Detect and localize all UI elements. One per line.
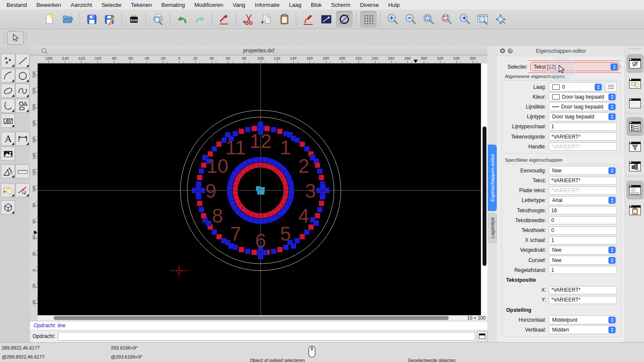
menu-bemating[interactable]: Bemating	[161, 2, 185, 8]
tool-polyline[interactable]	[1, 99, 15, 113]
prop-combo-vetgedrukt[interactable]: Nee	[549, 246, 617, 255]
tool-dimension[interactable]	[15, 132, 30, 146]
dock-blocks-window[interactable]	[626, 74, 644, 93]
cut-button[interactable]	[240, 11, 256, 27]
command-input[interactable]	[58, 332, 475, 341]
document-titlebar[interactable]: properties.dxf	[30, 46, 487, 56]
redo-button[interactable]	[192, 11, 208, 27]
tab-properties-editor[interactable]: Eigenschappen-editor	[488, 145, 497, 211]
tool-ellipse[interactable]	[1, 84, 15, 98]
prop-combo-horizontaal[interactable]: Middelpunt	[549, 315, 617, 324]
tool-polygon[interactable]	[15, 99, 30, 113]
tool-measure[interactable]	[15, 164, 30, 178]
draw-pencil-button[interactable]	[300, 11, 316, 27]
prop-input-tekst[interactable]	[549, 177, 617, 185]
svg-text:3: 3	[305, 180, 316, 202]
dock-library-window[interactable]	[626, 94, 644, 113]
dock-command-window[interactable]	[626, 181, 644, 199]
prop-input-regelafstand[interactable]	[549, 266, 617, 274]
prop-combo-lijndikte[interactable]: Door laag bepaald	[549, 102, 617, 111]
copy-button[interactable]	[258, 11, 274, 27]
prop-label-lijntypeschaal: Lijntypeschaal:	[502, 124, 549, 130]
menu-blok[interactable]: Blok	[311, 2, 322, 8]
selection-highlight	[526, 65, 527, 69]
dock-clipboard-window[interactable]	[626, 201, 644, 220]
menu-diverse[interactable]: Diverse	[360, 2, 379, 8]
menu-aanzicht[interactable]: Aanzicht	[71, 2, 92, 8]
tool-line[interactable]	[15, 54, 30, 68]
menu-vang[interactable]: Vang	[233, 2, 245, 8]
tool-spline[interactable]	[15, 84, 30, 98]
prop-input-x-schaal[interactable]	[549, 236, 617, 244]
zoom-window-button[interactable]	[438, 11, 455, 27]
zoom-viewport-button[interactable]	[474, 11, 491, 27]
save-as-button[interactable]	[102, 11, 118, 27]
prop-input-tekenvolgorde[interactable]	[549, 133, 617, 141]
layer-menu-button[interactable]	[605, 82, 617, 92]
prop-combo-lijntype[interactable]: Door laag bepaald	[549, 112, 617, 121]
dock-properties-window[interactable]	[626, 54, 644, 73]
save-button[interactable]	[84, 11, 100, 27]
undo-button[interactable]	[174, 11, 190, 27]
prop-combo-kleur[interactable]: Door laag bepaald	[549, 92, 617, 101]
tool-circle[interactable]	[15, 69, 30, 83]
prop-combo-vertikaal[interactable]: Midden	[549, 325, 617, 334]
command-window-button[interactable]	[477, 331, 487, 341]
h-ruler-tick-label: 200	[336, 56, 348, 60]
horizontal-scrollbar[interactable]: 10 < 100	[38, 315, 487, 321]
vertical-scrollbar[interactable]	[481, 63, 487, 315]
tab-layer-list[interactable]: Lagenlijst	[488, 213, 497, 243]
zoom-auto-button[interactable]	[420, 11, 437, 27]
prop-input-y[interactable]	[549, 296, 617, 304]
tool-modify[interactable]	[1, 164, 15, 178]
zoom-previous-button[interactable]	[456, 11, 473, 27]
delete-button[interactable]	[216, 11, 232, 27]
prop-input-x[interactable]	[549, 286, 617, 294]
menu-tekenen[interactable]: Tekenen	[131, 2, 152, 8]
selection-combo[interactable]: Tekst [12]	[530, 62, 619, 71]
main-toolbar: SVG	[0, 9, 644, 29]
circle-tool-button[interactable]	[336, 11, 352, 27]
menu-laag[interactable]: Laag	[289, 2, 301, 8]
open-file-button[interactable]	[60, 11, 76, 27]
vertical-scrollbar-thumb[interactable]	[483, 127, 486, 266]
tool-deselect[interactable]	[15, 183, 30, 197]
menu-modificeren[interactable]: Modificeren	[194, 2, 223, 8]
menu-bewerken[interactable]: Bewerken	[36, 2, 61, 8]
zoom-out-button[interactable]	[402, 11, 419, 27]
tool-points[interactable]	[1, 54, 15, 68]
grid-toggle-button[interactable]	[360, 11, 377, 27]
new-file-button[interactable]	[42, 11, 58, 27]
prop-input-tekstbreedte[interactable]	[549, 216, 617, 224]
menu-hulp[interactable]: Hulp	[388, 2, 400, 8]
tool-image[interactable]	[1, 147, 15, 161]
prop-input-lijntypeschaal[interactable]	[549, 123, 617, 131]
menu-scherm[interactable]: Scherm	[331, 2, 350, 8]
polyline-mode-button[interactable]	[318, 11, 334, 27]
prop-combo-laag[interactable]: 0	[549, 82, 603, 91]
tool-arc[interactable]	[1, 69, 15, 83]
menu-bestand[interactable]: Bestand	[6, 2, 27, 8]
prop-input-teksthoek[interactable]	[549, 226, 617, 235]
horizontal-scrollbar-thumb[interactable]	[54, 316, 449, 320]
svg-export-button[interactable]: SVG	[126, 11, 142, 27]
selection-arrow-button[interactable]	[7, 31, 24, 45]
tool-block[interactable]	[1, 183, 15, 197]
prop-input-teksthoogte[interactable]	[549, 206, 617, 214]
dock-block-insert-window[interactable]	[626, 157, 644, 176]
print-preview-button[interactable]	[150, 11, 166, 27]
menu-informatie[interactable]: Informatie	[255, 2, 279, 8]
tool-text[interactable]: A	[1, 132, 15, 146]
tool-hatch[interactable]	[1, 114, 15, 128]
tool-3d[interactable]	[1, 200, 15, 214]
zoom-pan-button[interactable]	[492, 11, 509, 27]
zoom-in-button[interactable]	[384, 11, 401, 27]
drawing-canvas[interactable]: 121234567891011	[38, 63, 481, 315]
menu-selectie[interactable]: Selectie	[101, 2, 121, 8]
dock-layer-list-window[interactable]	[626, 117, 644, 136]
prop-combo-lettertype[interactable]: Arial	[549, 196, 617, 205]
prop-combo-eenvoudig[interactable]: Nee	[549, 166, 617, 175]
paste-button[interactable]	[276, 11, 292, 27]
prop-combo-cursief[interactable]: Nee	[549, 256, 617, 265]
dock-filter-window[interactable]	[626, 137, 644, 156]
